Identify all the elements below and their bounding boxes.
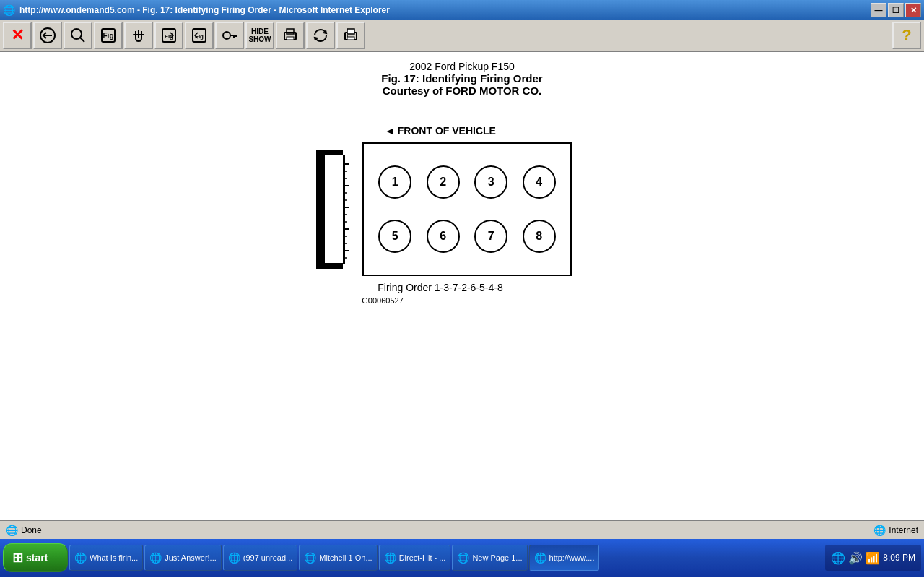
taskbar-item-5[interactable]: 🌐 New Page 1... (452, 545, 527, 571)
taskbar-item-icon-0: 🌐 (74, 552, 87, 564)
svg-text:Fig: Fig (103, 32, 114, 40)
start-button[interactable]: ⊞ start (3, 543, 68, 572)
sys-icon-1: 🌐 (831, 551, 845, 565)
svg-rect-18 (347, 29, 354, 34)
cylinder-7: 7 (474, 220, 507, 253)
sys-icon-3: 📶 (866, 551, 880, 565)
svg-point-1 (71, 29, 82, 39)
refresh-button[interactable] (306, 22, 335, 49)
help-button[interactable]: ? (892, 22, 921, 49)
vehicle-title: 2002 Ford Pickup F150 (0, 61, 924, 72)
hideshow-button[interactable]: HIDESHOW (245, 22, 274, 49)
diagram-area: ◄ FRONT OF VEHICLE (0, 103, 924, 305)
taskbar-right: 🌐 🔊 📶 8:09 PM (825, 545, 921, 571)
cylinder-4: 4 (523, 165, 556, 199)
taskbar-items: 🌐 What Is firin... 🌐 Just Answer!... 🌐 (… (69, 545, 824, 571)
title-bar: 🌐 http://www.ondemand5.com - Fig. 17: Id… (0, 0, 924, 20)
svg-point-10 (223, 32, 230, 39)
search-button[interactable] (64, 22, 92, 49)
taskbar-item-label-2: (997 unread... (243, 553, 293, 562)
taskbar-item-3[interactable]: 🌐 Mitchell 1 On... (299, 545, 377, 571)
taskbar-item-icon-3: 🌐 (304, 552, 316, 564)
status-right: 🌐 Internet (873, 525, 918, 536)
start-icon: ⊞ (12, 550, 23, 566)
cylinder-2: 2 (427, 165, 460, 199)
taskbar-item-6[interactable]: 🌐 http://www.... (529, 545, 600, 571)
svg-rect-19 (347, 37, 354, 40)
taskbar-item-icon-6: 🌐 (534, 552, 546, 564)
engine-left-symbol (309, 142, 359, 276)
back-button[interactable] (33, 22, 62, 49)
svg-rect-38 (343, 155, 345, 264)
close-button[interactable]: ✕ (3, 22, 32, 49)
svg-point-20 (346, 35, 348, 37)
cylinder-1: 1 (378, 165, 411, 199)
title-bar-icon: 🌐 (3, 4, 15, 16)
clock: 8:09 PM (883, 553, 915, 563)
taskbar-item-icon-2: 🌐 (228, 552, 240, 564)
title-bar-text: http://www.ondemand5.com - Fig. 17: Iden… (19, 5, 871, 15)
engine-container: 1 2 3 4 5 6 7 (309, 142, 572, 276)
taskbar-item-label-0: What Is firin... (90, 553, 138, 562)
fig2-button[interactable]: Fig (154, 22, 183, 49)
svg-rect-23 (325, 263, 343, 269)
internet-icon: 🌐 (873, 525, 886, 536)
status-left: 🌐 Done (6, 525, 872, 536)
svg-rect-16 (287, 37, 294, 40)
taskbar-item-label-1: Just Answer!... (165, 553, 217, 562)
taskbar-item-0[interactable]: 🌐 What Is firin... (69, 545, 143, 571)
fig-button[interactable]: Fig (94, 22, 123, 49)
taskbar-item-4[interactable]: 🌐 Direct-Hit - ... (379, 545, 451, 571)
taskbar-item-icon-1: 🌐 (149, 552, 162, 564)
cylinder-5: 5 (378, 220, 411, 253)
cylinder-6: 6 (427, 220, 460, 253)
figure-title: Fig. 17: Identifying Firing Order (0, 72, 924, 85)
part-number: G00060527 (362, 296, 404, 305)
cylinder-8: 8 (523, 220, 556, 253)
engine-block: 1 2 3 4 5 6 7 (362, 142, 572, 276)
status-bar: 🌐 Done 🌐 Internet (0, 520, 924, 539)
hand-button[interactable] (124, 22, 153, 49)
taskbar-item-icon-4: 🌐 (384, 552, 396, 564)
sys-icon-2: 🔊 (848, 551, 863, 565)
taskbar-item-label-5: New Page 1... (472, 553, 522, 562)
status-text: Done (21, 525, 42, 535)
taskbar-item-1[interactable]: 🌐 Just Answer!... (144, 545, 222, 571)
front-of-vehicle-label: ◄ FRONT OF VEHICLE (385, 125, 496, 137)
svg-line-2 (80, 38, 84, 42)
taskbar-item-label-3: Mitchell 1 On... (319, 553, 372, 562)
title-bar-buttons: — ❐ ✕ (871, 3, 921, 17)
fig3-button[interactable]: Fig (185, 22, 214, 49)
taskbar-item-label-4: Direct-Hit - ... (399, 553, 446, 562)
page-header: 2002 Ford Pickup F150 Fig. 17: Identifyi… (0, 52, 924, 103)
svg-rect-21 (316, 150, 325, 269)
taskbar-item-2[interactable]: 🌐 (997 unread... (223, 545, 298, 571)
window-close-button[interactable]: ✕ (905, 3, 921, 17)
svg-rect-22 (325, 150, 343, 155)
restore-button[interactable]: ❐ (888, 3, 904, 17)
content-area: 2002 Ford Pickup F150 Fig. 17: Identifyi… (0, 52, 924, 520)
engine-bracket-svg (309, 142, 359, 276)
courtesy-title: Courtesy of FORD MOTOR CO. (0, 85, 924, 97)
toolbar: ✕ Fig Fig Fig HIDESHOW ? (0, 20, 924, 52)
minimize-button[interactable]: — (871, 3, 886, 17)
print-button[interactable] (336, 22, 365, 49)
key-button[interactable] (215, 22, 244, 49)
print-preview-button[interactable] (276, 22, 305, 49)
zone-text: Internet (889, 525, 918, 535)
cylinder-3: 3 (474, 165, 507, 199)
taskbar: ⊞ start 🌐 What Is firin... 🌐 Just Answer… (0, 539, 924, 577)
taskbar-item-label-6: http://www.... (549, 553, 595, 562)
firing-order-text: Firing Order 1-3-7-2-6-5-4-8 (378, 282, 503, 293)
svg-rect-5 (133, 34, 144, 35)
status-icon: 🌐 (6, 525, 18, 536)
taskbar-item-icon-5: 🌐 (457, 552, 469, 564)
start-label: start (26, 552, 48, 564)
